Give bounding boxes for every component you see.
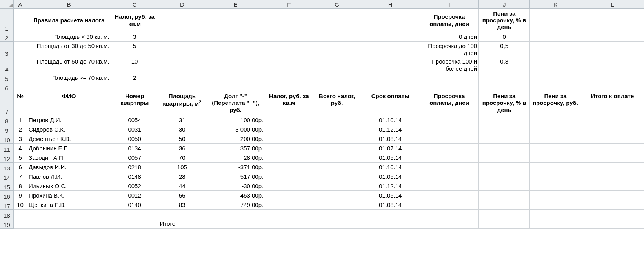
cell[interactable] <box>27 210 111 219</box>
cell-fio[interactable]: Заводин А.П. <box>27 153 111 163</box>
cell[interactable] <box>111 82 158 92</box>
cell-penalty-pct[interactable] <box>479 125 530 134</box>
cell-penalty-rub[interactable] <box>530 153 581 163</box>
cell[interactable] <box>581 82 644 92</box>
cell-apt[interactable]: 0012 <box>111 191 158 200</box>
cell[interactable] <box>361 73 420 82</box>
cell-penalty-rub[interactable] <box>530 191 581 200</box>
cell[interactable] <box>265 42 313 57</box>
cell-due[interactable]: 01.05.14 <box>361 172 420 181</box>
cell-debt[interactable]: 517,00р. <box>206 172 265 181</box>
cell[interactable] <box>530 32 581 42</box>
cell[interactable] <box>206 32 265 42</box>
cell[interactable] <box>158 42 206 57</box>
cell-due[interactable]: 01.10.14 <box>361 115 420 125</box>
cell-penalty-pct[interactable] <box>479 163 530 172</box>
cell-total[interactable] <box>581 181 644 191</box>
delay-desc[interactable]: Просрочка до 100 дней <box>420 42 478 57</box>
cell[interactable] <box>265 219 313 229</box>
cell-tax-rate[interactable] <box>265 125 313 134</box>
cell-number[interactable]: 8 <box>14 181 27 191</box>
cell-number[interactable]: 3 <box>14 134 27 144</box>
cell[interactable] <box>265 57 313 73</box>
cell-apt[interactable]: 0031 <box>111 125 158 134</box>
cell[interactable] <box>14 9 27 32</box>
cell[interactable] <box>158 73 206 82</box>
rule-desc[interactable]: Площадь от 30 до 50 кв.м. <box>27 42 111 57</box>
cell-total[interactable] <box>581 191 644 200</box>
cell[interactable] <box>206 57 265 73</box>
cell[interactable] <box>479 73 530 82</box>
row-header[interactable]: 6 <box>0 82 14 92</box>
delay-percent[interactable]: 0,3 <box>479 57 530 73</box>
cell[interactable] <box>111 219 158 229</box>
cell-tax-rate[interactable] <box>265 191 313 200</box>
cell[interactable] <box>420 219 478 229</box>
cell-delay[interactable] <box>420 153 478 163</box>
cell-fio[interactable]: Добрынин Е.Г. <box>27 144 111 153</box>
cell[interactable] <box>530 82 581 92</box>
cell-area[interactable]: 44 <box>158 181 206 191</box>
cell[interactable] <box>420 82 478 92</box>
cell[interactable] <box>206 73 265 82</box>
cell-number[interactable]: 2 <box>14 125 27 134</box>
rule-rate[interactable]: 3 <box>111 32 158 42</box>
cell[interactable] <box>313 73 361 82</box>
cell[interactable] <box>420 73 478 82</box>
cell[interactable] <box>313 9 361 32</box>
cell[interactable] <box>14 42 27 57</box>
cell[interactable] <box>158 9 206 32</box>
cell-tax-total[interactable] <box>313 144 361 153</box>
th-apt[interactable]: Номер квартиры <box>111 92 158 115</box>
cell[interactable] <box>14 32 27 42</box>
cell-tax-rate[interactable] <box>265 153 313 163</box>
cell-total[interactable] <box>581 125 644 134</box>
cell-penalty-rub[interactable] <box>530 125 581 134</box>
cell-fio[interactable]: Прохина В.К. <box>27 191 111 200</box>
cell-fio[interactable]: Дементьев К.В. <box>27 134 111 144</box>
cell-tax-rate[interactable] <box>265 144 313 153</box>
row-header[interactable]: 8 <box>0 115 14 125</box>
delay-header-percent[interactable]: Пени за просрочку, % в день <box>479 9 530 32</box>
cell-number[interactable]: 6 <box>14 163 27 172</box>
col-header[interactable]: F <box>265 0 313 9</box>
cell[interactable] <box>479 210 530 219</box>
row-header[interactable]: 11 <box>0 144 14 153</box>
cell[interactable] <box>581 73 644 82</box>
cell-area[interactable]: 70 <box>158 153 206 163</box>
cell-delay[interactable] <box>420 125 478 134</box>
cell-debt[interactable]: -3 000,00р. <box>206 125 265 134</box>
cell-debt[interactable]: 749,00р. <box>206 200 265 210</box>
cell[interactable] <box>313 57 361 73</box>
cell-number[interactable]: 10 <box>14 200 27 210</box>
rule-desc[interactable]: Площадь >= 70 кв.м. <box>27 73 111 82</box>
cell[interactable] <box>361 210 420 219</box>
cell-apt[interactable]: 0050 <box>111 134 158 144</box>
cell-debt[interactable]: 100,00р. <box>206 115 265 125</box>
cell-total[interactable] <box>581 115 644 125</box>
cell[interactable] <box>479 219 530 229</box>
col-header[interactable]: G <box>313 0 361 9</box>
cell[interactable] <box>111 210 158 219</box>
cell[interactable] <box>206 210 265 219</box>
cell[interactable] <box>361 82 420 92</box>
delay-desc[interactable]: 0 дней <box>420 32 478 42</box>
rule-rate[interactable]: 5 <box>111 42 158 57</box>
cell-number[interactable]: 9 <box>14 191 27 200</box>
cell-area[interactable]: 28 <box>158 172 206 181</box>
th-delay[interactable]: Просрочка оплаты, дней <box>420 92 478 115</box>
total-label[interactable]: Итого: <box>158 219 206 229</box>
cell-debt[interactable]: 28,00р. <box>206 153 265 163</box>
row-header[interactable]: 19 <box>0 219 14 229</box>
cell-penalty-rub[interactable] <box>530 181 581 191</box>
cell-due[interactable]: 01.10.14 <box>361 163 420 172</box>
cell[interactable] <box>530 57 581 73</box>
row-header[interactable]: 2 <box>0 32 14 42</box>
row-header[interactable]: 16 <box>0 191 14 200</box>
cell[interactable] <box>581 9 644 32</box>
cell[interactable] <box>361 57 420 73</box>
cell-fio[interactable]: Щепкина Е.В. <box>27 200 111 210</box>
th-debt[interactable]: Долг "-" (Переплата "+"), руб. <box>206 92 265 115</box>
cell-apt[interactable]: 0054 <box>111 115 158 125</box>
cell-penalty-rub[interactable] <box>530 200 581 210</box>
